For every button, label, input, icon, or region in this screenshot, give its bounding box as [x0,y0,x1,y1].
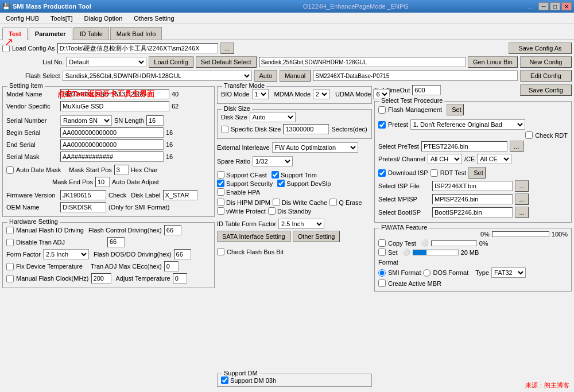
support-cfast-checkbox[interactable] [217,171,224,178]
support-security-checkbox[interactable] [217,180,224,187]
browse-config-button[interactable]: ... [220,42,234,54]
auto-date-mask-checkbox[interactable] [6,166,14,174]
load-config-path[interactable]: D:\Tools\硬盘信息检测小卡工具\2246XT\sm2246X [57,43,218,53]
smi-format-radio[interactable] [378,269,386,277]
form-factor-hw-select[interactable]: 2.5 Inch [43,249,89,259]
specific-disk-size-checkbox[interactable] [221,126,228,133]
set-button2[interactable]: Set [468,167,486,178]
rdt-test-checkbox[interactable] [430,169,438,177]
flash-management-checkbox[interactable] [378,106,386,114]
mask-start-pos-input[interactable]: 3 [114,165,129,175]
manual-flash-clock-input[interactable]: 200 [91,273,111,284]
enable-hpa-checkbox[interactable] [217,188,224,196]
sata-interface-setting-button[interactable]: SATA Interface Setting [217,231,290,242]
tab-id-table[interactable]: ID Table [73,27,109,40]
download-isp-checkbox[interactable] [378,169,386,177]
minimize-button[interactable]: ─ [538,2,549,10]
other-setting-button[interactable]: Other Setting [293,231,340,242]
load-config-button[interactable]: Load Config [149,56,193,68]
dos-format-radio[interactable] [423,269,430,277]
adjust-temp-input[interactable]: 0 [173,273,187,284]
support-dm-title: Support DM [222,370,259,377]
vendor-specific-input[interactable]: MuXiuGe SSD [60,101,169,111]
all-ce-select[interactable]: All CE [477,154,511,164]
dis-hipm-checkbox[interactable] [217,199,224,206]
fix-device-temp-checkbox[interactable] [6,263,14,270]
vendor-specific-row: Vendor Specific MuXiuGe SSD 62 [6,101,211,111]
copy-test-row: Copy Test ⚪ 0% [378,239,568,247]
set-checkbox[interactable] [378,249,386,256]
support-dm-03h-row: Support DM 03h [221,377,368,384]
menu-dialog-option[interactable]: Dialog Option [81,14,126,22]
specific-disk-size-input[interactable]: 13000000 [283,124,329,134]
set-default-button[interactable]: Set Default Select [196,56,257,68]
pretest-select[interactable]: 1. Don't Reference Original Bad [410,119,525,130]
set-button[interactable]: Set [447,104,464,115]
tab-mark-bad-info[interactable]: Mark Bad Info [110,27,162,40]
download-isp-label: Download ISP [388,169,428,176]
flash-select-dropdown[interactable]: Sandisk,256Gbit,SDWNRHDRM-128GUL [63,71,252,81]
spare-ratio-select[interactable]: 1/32 [253,156,293,166]
close-button[interactable]: ✕ [561,2,572,10]
browse-bootisp-button[interactable]: ... [515,207,529,218]
menu-tools[interactable]: Tools[T] [47,14,76,22]
create-active-mbr-checkbox[interactable] [378,280,386,287]
serial-mask-input[interactable]: AA############ [60,152,164,162]
all-ch-select[interactable]: All CH [428,154,462,164]
firmware-version-input[interactable]: JK190615 [60,190,106,200]
write-protect-checkbox[interactable] [217,207,224,215]
end-serial-label: End Serial [6,141,58,148]
browse-mpisp-button[interactable]: ... [515,193,529,205]
serial-type-select[interactable]: Random SN [60,115,112,126]
flash-control-driving-input[interactable]: 66 [164,225,181,235]
bio-mode-select[interactable]: 1 [252,89,269,99]
dis-write-cache-checkbox[interactable] [273,199,280,206]
dis-hipm-row: Dis HIPM DIPM [217,199,270,206]
copy-test-checkbox[interactable] [378,239,386,247]
pretest-checkbox[interactable] [378,121,386,129]
disable-tran-adj-checkbox[interactable] [6,239,14,246]
mdma-mode-select[interactable]: 2 [313,89,329,99]
mask-end-pos-input[interactable]: 10 [95,177,110,187]
begin-serial-input[interactable]: AA0000000000000 [60,127,164,138]
oem-name-input[interactable]: DISKDISK [60,202,106,212]
end-serial-input[interactable]: AA0000000000000 [60,139,164,150]
flash-dos-do-input[interactable]: 66 [174,249,191,259]
manual-flash-io-checkbox[interactable] [6,227,14,234]
new-config-button[interactable]: New Config [520,56,572,68]
manual-button[interactable]: Manual [280,70,311,81]
model-name-input[interactable]: SM2246XT-SSD-15131-256G [60,89,169,99]
fail-timeout-input[interactable]: 600 [412,85,441,95]
menu-config-hub[interactable]: Config HUB [2,14,42,22]
check-flash-bus-checkbox[interactable] [217,248,224,255]
tab-test[interactable]: Test [2,28,28,40]
disk-size-select[interactable]: Auto [250,112,296,122]
save-config-as-button[interactable]: Save Config As [509,42,572,54]
id-table-ff-select[interactable]: 2.5 Inch [278,219,324,229]
save-config-button[interactable]: Save Config [520,84,572,96]
gen-linux-bin-button[interactable]: Gen Linux Bin [468,56,518,68]
sn-length-label: SN Length [114,117,144,124]
support-trim-checkbox[interactable] [272,171,279,178]
menu-others-setting[interactable]: Others Setting [130,14,177,22]
load-config-checkbox[interactable] [2,45,10,52]
support-devslp-checkbox[interactable] [277,180,285,187]
maximize-button[interactable]: □ [550,2,560,10]
external-interleave-select[interactable]: FW Auto Optimization [272,142,358,153]
browse-pretest-button[interactable]: ... [510,141,523,152]
check-rdt-checkbox[interactable] [525,131,533,139]
vendor-specific-label: Vendor Specific [6,103,58,110]
edit-config-button[interactable]: Edit Config [520,70,572,81]
fat32-select[interactable]: FAT32 [491,267,526,278]
list-no-select[interactable]: Default [66,57,146,67]
auto-button[interactable]: Auto [254,70,278,81]
q-erase-checkbox[interactable] [329,199,337,206]
support-dm-03h-checkbox[interactable] [221,377,228,384]
tran-adj-max-cecc-input[interactable]: 0 [164,261,179,271]
manual-flash-clock-checkbox[interactable] [6,275,14,282]
browse-isp-button[interactable]: ... [515,180,529,192]
sn-length-input[interactable]: 16 [146,115,164,126]
tab-parameter[interactable]: Parameter [29,28,72,40]
dis-standby-checkbox[interactable] [268,207,276,215]
disk-label-input[interactable]: X_STAR [163,190,197,200]
